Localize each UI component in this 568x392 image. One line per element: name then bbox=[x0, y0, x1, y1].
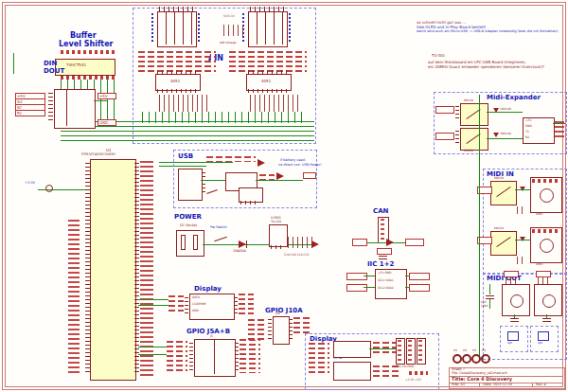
display2-note: Pin 1a bbox=[333, 357, 342, 360]
din-socket-circle bbox=[542, 294, 556, 308]
gpio-j10-pins-left bbox=[268, 319, 272, 340]
ain-header2-slots bbox=[249, 12, 285, 45]
usb-diode-2 bbox=[276, 172, 284, 180]
din-socket-circle bbox=[540, 239, 554, 253]
din-socket-circle bbox=[510, 294, 524, 308]
display2-wire bbox=[369, 348, 396, 349]
net-label bbox=[504, 271, 519, 277]
net-label bbox=[435, 133, 454, 140]
ain-config-label2: AIN Voltage bbox=[220, 42, 236, 45]
midi-out-option1-label: opt. bbox=[507, 342, 513, 345]
gpio-j5-net-labels-left bbox=[167, 341, 187, 373]
dc-socket-prong1 bbox=[181, 235, 186, 250]
title-block-size: Size: A3 bbox=[452, 383, 465, 387]
midi-in-opto2-value: 6N138 bbox=[494, 227, 504, 230]
gpio-j5-ref: J5 bbox=[210, 335, 213, 338]
display2-net-labels-left bbox=[309, 343, 329, 375]
gpio-j10-pins-right bbox=[289, 319, 293, 340]
mcu-pins-right bbox=[134, 163, 139, 375]
display2-sub-label: A-M1-CO-PWR bbox=[394, 365, 414, 368]
usb-wire-1 bbox=[201, 180, 225, 181]
power-diode-bar bbox=[246, 241, 247, 248]
midi-in-r2 bbox=[517, 257, 526, 264]
mcu-net-labels-left bbox=[68, 220, 80, 375]
mounting-hole-4 bbox=[481, 354, 490, 364]
can-wire bbox=[362, 242, 405, 243]
midi-expander-diode2 bbox=[493, 133, 499, 137]
title-block-vdiv2 bbox=[532, 383, 533, 387]
decoupling-cap-wire bbox=[13, 53, 14, 74]
din-dout-connector bbox=[54, 89, 96, 129]
ain-mux2-value: 4051 bbox=[261, 80, 271, 83]
note2-line2: ein 20MHz Quarz entweder spendieren (bes… bbox=[428, 65, 544, 69]
gpio-j10-net-labels-left bbox=[248, 319, 267, 340]
midi-out-ground1 bbox=[510, 318, 519, 324]
opto-diagonal bbox=[496, 237, 510, 247]
net-label bbox=[536, 271, 551, 277]
gpio-j5-pins-right bbox=[235, 343, 239, 371]
midi-out-din2 bbox=[534, 284, 562, 316]
midi-expander-wire-3 bbox=[553, 123, 565, 124]
mcu-value: STM32F4DISCOVERY bbox=[81, 153, 115, 157]
title-block-vdiv1 bbox=[479, 383, 480, 387]
net-label bbox=[409, 273, 430, 280]
ain-config-jumper bbox=[223, 25, 246, 36]
ain-mux2-pins-bottom bbox=[248, 89, 288, 93]
schematic-sheet: Buffer Level Shifter 74HCT541 DIN DOUT +… bbox=[0, 0, 568, 392]
vreg-body bbox=[269, 224, 288, 247]
net-label: +5V bbox=[98, 93, 116, 99]
midi-in-wire-2 bbox=[515, 240, 530, 241]
can-diode bbox=[386, 239, 394, 246]
mounting-hole-2 bbox=[462, 354, 471, 364]
usb-note-2: no direct con. USB-Power! bbox=[278, 164, 322, 168]
midi-out-option1-symbol bbox=[507, 331, 519, 341]
dc-socket-label: DC-Socket bbox=[180, 224, 197, 228]
midi-expander-opto2 bbox=[460, 128, 488, 151]
usb-connector-pins bbox=[202, 172, 205, 195]
midi-expander-opto1-pins-l bbox=[455, 106, 459, 121]
ain-bus-drops bbox=[142, 112, 305, 123]
ain-pads1 bbox=[138, 51, 216, 72]
display1-pins-right bbox=[234, 297, 238, 314]
iic-wire-3 bbox=[405, 276, 409, 276]
midi-in-din2-label: DIN5 bbox=[536, 263, 542, 266]
net-label: GND bbox=[98, 119, 116, 126]
iic-row-0: +5V GND bbox=[378, 272, 391, 275]
hole-label-2: H2 bbox=[463, 349, 467, 352]
mounting-hole-3 bbox=[471, 354, 481, 364]
din-dout-title-line1: DIN bbox=[44, 61, 57, 67]
midi-in-wire-1 bbox=[515, 189, 530, 190]
title-block-file: File: Core4Discovery_v41mod.sch bbox=[452, 372, 507, 376]
power-caps-label: C10 C20 C14 C15 bbox=[284, 254, 310, 257]
power-out-arrow bbox=[311, 241, 319, 248]
iic-row-1: SCL1 SDA1 bbox=[378, 279, 394, 282]
title-block-date: Date: 2013-12-26 bbox=[483, 383, 512, 387]
iic-row-2: SCL2 SDA2 bbox=[378, 287, 394, 290]
opto-diagonal bbox=[496, 187, 510, 197]
iic-section-title: IIC 1+2 bbox=[367, 261, 394, 268]
vreg-label-2: TO-220 bbox=[271, 221, 281, 223]
display1-row-2: GND bbox=[192, 310, 199, 312]
mcu-net-labels-right bbox=[140, 161, 153, 377]
gpio-j5-connector bbox=[194, 339, 236, 377]
display1-row-0: DAT0 bbox=[192, 296, 200, 299]
hole-label-3: H3 bbox=[472, 349, 476, 352]
midi-in-din1-pins bbox=[532, 179, 559, 183]
net-label bbox=[405, 239, 424, 246]
midi-expander-title: Midi-Expander bbox=[487, 95, 541, 101]
din-dout-pins-left bbox=[48, 93, 53, 121]
midi-out-r1 bbox=[506, 276, 517, 284]
gpio-j10-section-title: GPIO J10A bbox=[265, 308, 303, 314]
midi-in-opto1-value: 6N138 bbox=[494, 177, 504, 180]
iic-wire-2 bbox=[364, 287, 375, 288]
buffer-top-pads bbox=[61, 50, 115, 54]
ain-header1-slots bbox=[158, 12, 194, 45]
hole-label-1: H1 bbox=[453, 349, 457, 352]
iic-wire-1 bbox=[364, 276, 375, 276]
hole-label-4: H4 bbox=[482, 349, 486, 352]
midi-out-cap-wire-bot bbox=[489, 299, 490, 309]
usb-sub-ic-pins bbox=[240, 201, 259, 205]
net-label bbox=[409, 284, 430, 292]
midi-out-cap-value: 100n bbox=[481, 305, 488, 308]
midi-out-option2-label: opt. bbox=[538, 342, 543, 345]
